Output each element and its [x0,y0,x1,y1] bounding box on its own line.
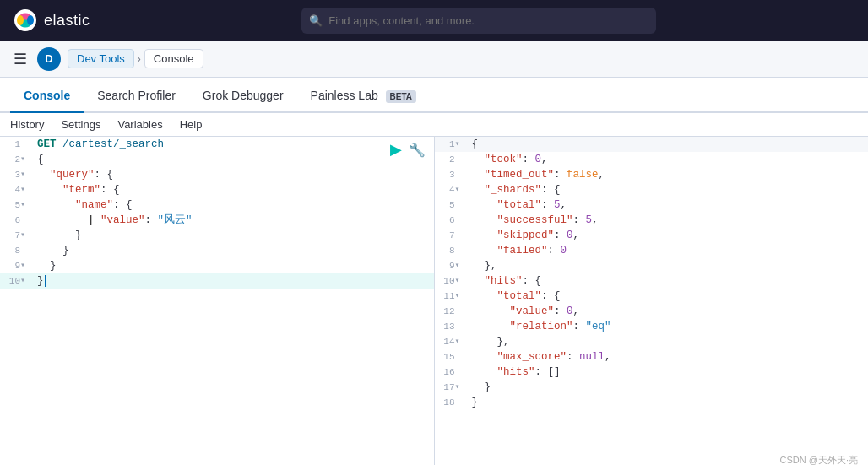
output-line-14: 14 ▾ }, [435,334,869,349]
toolbar-settings[interactable]: Settings [61,118,100,131]
second-nav: ☰ D Dev Tools › Console [0,41,868,78]
breadcrumb-console: Console [144,49,203,68]
output-line-8: 8 "failed": 0 [435,243,869,258]
output-line-3: 3 "timed_out": false, [435,167,869,182]
editor-pane[interactable]: ▶ 🔧 1 GET /cartest/_search 2 ▾ { [0,137,435,465]
output-line-13: 13 "relation": "eq" [435,319,869,334]
elastic-logo-icon [14,8,37,32]
output-line-7: 7 "skipped": 0, [435,228,869,243]
output-code-lines: 1 ▾ { 2 "took": 0, 3 "timed_out [435,137,869,410]
elastic-logo: elastic [14,8,90,32]
tab-grok-debugger[interactable]: Grok Debugger [189,80,297,113]
editor-line-9: 9 ▾ } [0,258,434,273]
breadcrumb-devtools[interactable]: Dev Tools [68,49,134,68]
output-line-15: 15 "max_score": null, [435,349,869,365]
output-line-2: 2 "took": 0, [435,152,869,167]
beta-badge: BETA [386,90,416,103]
editor-line-7: 7 ▾ } [0,228,434,243]
output-line-18: 18 } [435,395,869,410]
top-nav: elastic 🔍 [0,0,868,41]
run-button[interactable]: ▶ [390,140,402,159]
output-line-9: 9 ▾ }, [435,258,869,273]
editor-line-10: 10 ▾ } [0,273,434,289]
global-search-input[interactable] [301,8,656,34]
breadcrumb: Dev Tools › Console [68,49,203,68]
output-line-17: 17 ▾ } [435,380,869,395]
settings-wrench-button[interactable]: 🔧 [409,142,426,158]
editor-line-1: 1 GET /cartest/_search [0,137,434,152]
editor-actions: ▶ 🔧 [390,140,426,159]
tab-search-profiler[interactable]: Search Profiler [84,80,189,113]
output-line-5: 5 "total": 5, [435,197,869,213]
editor-line-3: 3 ▾ "query": { [0,167,434,182]
toolbar-variables[interactable]: Variables [117,118,162,131]
output-line-1: 1 ▾ { [435,137,869,152]
editor-line-5: 5 ▾ "name": { [0,197,434,213]
footer-credit: CSDN @天外天·亮 [770,451,868,470]
breadcrumb-separator: › [138,53,141,65]
global-search[interactable]: 🔍 [301,8,656,34]
tab-painless-lab[interactable]: Painless Lab BETA [297,80,431,113]
editor-line-8: 8 } [0,243,434,258]
toolbar-row: History Settings Variables Help [0,113,868,137]
toolbar-history[interactable]: History [10,118,44,131]
main-content: ▶ 🔧 1 GET /cartest/_search 2 ▾ { [0,137,868,465]
hamburger-button[interactable]: ☰ [10,46,30,72]
editor-line-6: 6 | "value": "风云" [0,213,434,228]
toolbar-help[interactable]: Help [180,118,203,131]
tab-console[interactable]: Console [10,80,84,113]
svg-point-3 [17,15,24,25]
elastic-wordmark: elastic [44,12,90,30]
output-line-6: 6 "successful": 5, [435,213,869,228]
user-avatar-button[interactable]: D [37,47,61,71]
editor-code-lines: 1 GET /cartest/_search 2 ▾ { 3 ▾ "q [0,137,434,289]
output-line-11: 11 ▾ "total": { [435,289,869,304]
search-icon: 🔍 [309,14,323,27]
output-line-16: 16 "hits": [] [435,365,869,380]
svg-point-4 [27,15,34,25]
editor-line-4: 4 ▾ "term": { [0,182,434,197]
editor-line-2: 2 ▾ { [0,152,434,167]
output-line-10: 10 ▾ "hits": { [435,273,869,289]
output-line-4: 4 ▾ "_shards": { [435,182,869,197]
output-pane: 1 ▾ { 2 "took": 0, 3 "timed_out [435,137,869,465]
output-line-12: 12 "value": 0, [435,304,869,319]
tab-bar: Console Search Profiler Grok Debugger Pa… [0,78,868,113]
